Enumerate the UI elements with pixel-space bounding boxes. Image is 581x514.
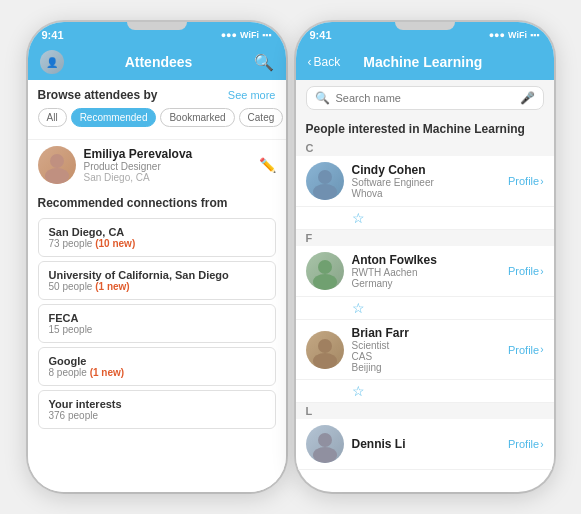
person-anton-card: Anton Fowlkes RWTH Aachen Germany Profil… [296,246,554,297]
user-avatar[interactable]: 👤 [40,50,64,74]
new-count-3: (1 new) [90,367,124,378]
back-label: Back [314,55,341,69]
connection-count-0: 73 people (10 new) [49,238,265,249]
search-container: 🔍 🎤 [296,80,554,116]
signal-icon: ●●● [221,30,237,40]
person-cindy-info: Cindy Cohen Software Engineer Whova [352,163,508,199]
connection-interests[interactable]: Your interests 376 people [38,390,276,429]
edit-icon[interactable]: ✏️ [259,157,276,173]
cindy-profile-btn[interactable]: Profile › [508,175,544,187]
person-anton-role: RWTH Aachen [352,267,508,278]
signal-icon-2: ●●● [489,30,505,40]
attendee-info: Emiliya Perevalova Product Designer San … [84,147,259,183]
person-dennis-card: Dennis Li Profile › [296,419,554,470]
new-count-0: (10 new) [95,238,135,249]
connection-name-3: Google [49,355,265,367]
filter-tabs: All Recommended Bookmarked Categ [38,108,276,127]
svg-point-7 [313,353,337,369]
svg-point-2 [318,170,332,184]
anton-star-icon[interactable]: ☆ [352,300,365,316]
recommended-title: Recommended connections from [28,190,286,214]
search-input[interactable] [336,92,514,104]
svg-point-4 [318,260,332,274]
svg-point-6 [318,339,332,353]
phone-2: 9:41 ●●● WiFi ▪▪▪ ‹ Back Machine Learnin… [296,22,554,492]
svg-point-1 [45,168,69,184]
nav-bar-2: ‹ Back Machine Learning [296,44,554,80]
connection-google[interactable]: Google 8 people (1 new) [38,347,276,386]
svg-point-0 [50,154,64,168]
wifi-icon-2: WiFi [508,30,527,40]
section-l: L [296,403,554,419]
connection-feca[interactable]: FECA 15 people [38,304,276,343]
connection-count-2: 15 people [49,324,265,335]
anton-profile-btn[interactable]: Profile › [508,265,544,277]
brian-star-icon[interactable]: ☆ [352,383,365,399]
svg-point-3 [313,184,337,200]
attendee-avatar [38,146,76,184]
dennis-profile-btn[interactable]: Profile › [508,438,544,450]
new-count-1: (1 new) [95,281,129,292]
section-c: C [296,140,554,156]
anton-profile-chevron: › [540,266,543,277]
connection-count-4: 376 people [49,410,265,421]
microphone-icon[interactable]: 🎤 [520,91,535,105]
person-dennis-avatar [306,425,344,463]
phone-1: 9:41 ●●● WiFi ▪▪▪ 👤 Attendees 🔍 Browse a… [28,22,286,492]
wifi-icon: WiFi [240,30,259,40]
time-1: 9:41 [42,29,64,41]
notch-1 [127,22,187,30]
attendee-role: Product Designer [84,161,259,172]
browse-title: Browse attendees by [38,88,158,102]
connection-count-3: 8 people (1 new) [49,367,265,378]
attendee-location: San Diego, CA [84,172,259,183]
connection-name-2: FECA [49,312,265,324]
person-cindy-avatar [306,162,344,200]
brian-profile-label: Profile [508,344,539,356]
attendee-name: Emiliya Perevalova [84,147,259,161]
filter-bookmarked[interactable]: Bookmarked [160,108,234,127]
person-cindy-role: Software Engineer [352,177,508,188]
person-brian-role: Scientist [352,340,508,351]
svg-point-8 [318,433,332,447]
section-f: F [296,230,554,246]
browse-header: Browse attendees by See more [38,88,276,102]
connection-count-1: 50 people (1 new) [49,281,265,292]
person-dennis-info: Dennis Li [352,437,508,451]
phone1-content: Browse attendees by See more All Recomme… [28,80,286,492]
cindy-profile-chevron: › [540,176,543,187]
brian-star-row: ☆ [296,380,554,403]
dennis-profile-chevron: › [540,439,543,450]
anton-profile-label: Profile [508,265,539,277]
connection-ucsd[interactable]: University of California, San Diego 50 p… [38,261,276,300]
chevron-left-icon: ‹ [308,55,312,69]
back-button[interactable]: ‹ Back [308,55,341,69]
attendee-card: Emiliya Perevalova Product Designer San … [28,139,286,190]
anton-star-row: ☆ [296,297,554,320]
battery-icon: ▪▪▪ [262,30,272,40]
see-more-link[interactable]: See more [228,89,276,101]
time-2: 9:41 [310,29,332,41]
people-section-title: People interested in Machine Learning [296,116,554,140]
brian-profile-btn[interactable]: Profile › [508,344,544,356]
person-cindy-name: Cindy Cohen [352,163,508,177]
person-brian-location: CASBeijing [352,351,508,373]
dennis-profile-label: Profile [508,438,539,450]
filter-recommended[interactable]: Recommended [71,108,157,127]
filter-all[interactable]: All [38,108,67,127]
cindy-star-icon[interactable]: ☆ [352,210,365,226]
person-cindy-location: Whova [352,188,508,199]
connection-name-1: University of California, San Diego [49,269,265,281]
person-brian-avatar [306,331,344,369]
filter-category[interactable]: Categ [239,108,284,127]
nav-bar-1: 👤 Attendees 🔍 [28,44,286,80]
status-icons-1: ●●● WiFi ▪▪▪ [221,30,272,40]
connection-san-diego[interactable]: San Diego, CA 73 people (10 new) [38,218,276,257]
search-icon[interactable]: 🔍 [254,53,274,72]
nav-title-1: Attendees [64,54,254,70]
brian-profile-chevron: › [540,344,543,355]
svg-point-9 [313,447,337,463]
person-anton-location: Germany [352,278,508,289]
person-brian-name: Brian Farr [352,326,508,340]
connection-name-0: San Diego, CA [49,226,265,238]
